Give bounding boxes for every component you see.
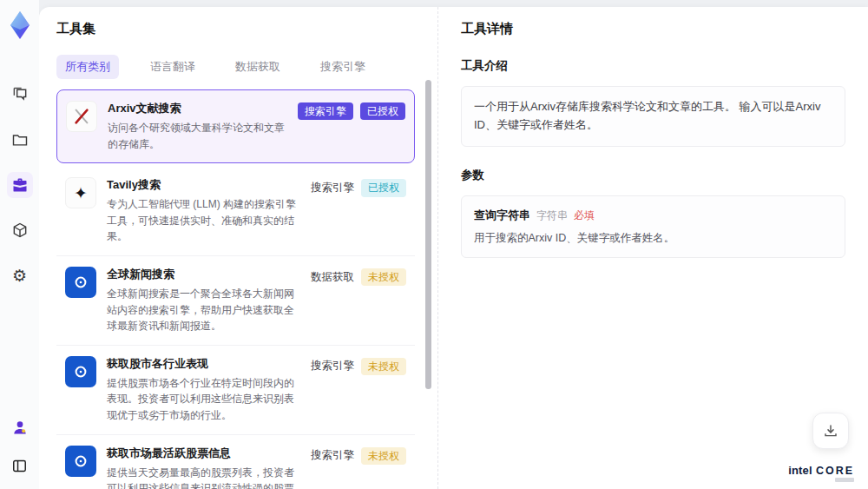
news-globe-icon xyxy=(65,267,96,298)
detail-title: 工具详情 xyxy=(461,21,845,37)
status-badge: 已授权 xyxy=(360,102,405,120)
tool-text: 全球新闻搜索 全球新闻搜索是一个聚合全球各大新闻网站内容的搜索引擎，帮助用户快速… xyxy=(107,267,300,334)
tool-card-sector-performance[interactable]: 获取股市各行业表现 提供股票市场各个行业在特定时间段内的表现。投资者可以利用这些… xyxy=(56,346,415,435)
category-label: 搜索引擎 xyxy=(311,181,354,195)
sidebar-item-files[interactable] xyxy=(7,127,33,153)
download-icon xyxy=(823,423,838,439)
tool-text: 获取股市各行业表现 提供股票市场各个行业在特定时间段内的表现。投资者可以利用这些… xyxy=(107,356,300,424)
stock-sector-icon xyxy=(65,356,96,387)
main-content: 工具集 所有类别 语言翻译 数据获取 搜索引擎 Arxiv文献搜索 访问各个研究… xyxy=(39,7,868,489)
rail-bottom xyxy=(7,414,33,479)
tool-meta: 搜索引擎 已授权 xyxy=(298,102,405,120)
toolbox-icon xyxy=(11,176,29,194)
tab-language-translation[interactable]: 语言翻译 xyxy=(141,55,204,79)
category-label: 搜索引擎 xyxy=(311,359,354,373)
user-account-button[interactable] xyxy=(7,414,33,440)
tool-title: Arxiv文献搜索 xyxy=(108,101,287,116)
sidebar-item-tools[interactable] xyxy=(7,172,33,198)
category-tabs: 所有类别 语言翻译 数据获取 搜索引擎 xyxy=(56,55,415,79)
category-badge: 搜索引擎 xyxy=(298,102,353,120)
tool-desc: 提供股票市场各个行业在特定时间段内的表现。投资者可以利用这些信息来识别表现优于或… xyxy=(107,375,300,424)
tool-meta: 数据获取 未授权 xyxy=(311,268,406,286)
chat-icon xyxy=(11,86,29,103)
intro-heading: 工具介绍 xyxy=(461,58,845,74)
tool-meta: 搜索引擎 未授权 xyxy=(311,358,406,375)
app-logo-icon[interactable] xyxy=(7,10,33,40)
sidebar-item-settings[interactable]: ⚙ xyxy=(7,262,33,288)
intel-brand-text: intel xyxy=(788,464,812,477)
params-heading: 参数 xyxy=(461,168,845,183)
collapse-sidebar-button[interactable] xyxy=(7,453,33,479)
tool-card-arxiv[interactable]: Arxiv文献搜索 访问各个研究领域大量科学论文和文章的存储库。 搜索引擎 已授… xyxy=(56,89,415,163)
intro-box: 一个用于从Arxiv存储库搜索科学论文和文章的工具。 输入可以是Arxiv ID… xyxy=(461,86,845,147)
folder-icon xyxy=(11,131,29,149)
gear-icon: ⚙ xyxy=(12,268,27,284)
tab-all-categories[interactable]: 所有类别 xyxy=(56,55,119,79)
page-title: 工具集 xyxy=(56,21,415,37)
intel-core-logo: intel CORE xyxy=(788,464,854,482)
rail-nav: ⚙ xyxy=(7,82,33,288)
status-badge: 未授权 xyxy=(361,447,406,465)
tool-text: Arxiv文献搜索 访问各个研究领域大量科学论文和文章的存储库。 xyxy=(108,101,287,152)
tool-card-global-news[interactable]: 全球新闻搜索 全球新闻搜索是一个聚合全球各大新闻网站内容的搜索引擎，帮助用户快速… xyxy=(56,256,415,346)
tool-list: Arxiv文献搜索 访问各个研究领域大量科学论文和文章的存储库。 搜索引擎 已授… xyxy=(56,89,415,489)
tool-desc: 访问各个研究领域大量科学论文和文章的存储库。 xyxy=(108,120,287,152)
arxiv-icon xyxy=(66,101,97,132)
tool-title: 获取市场最活跃股票信息 xyxy=(107,446,300,461)
param-name: 查询字符串 xyxy=(474,208,530,223)
active-stock-icon xyxy=(65,446,96,477)
tool-desc: 全球新闻搜索是一个聚合全球各大新闻网站内容的搜索引擎，帮助用户快速获取全球最新资… xyxy=(107,286,300,334)
tool-title: Tavily搜索 xyxy=(107,177,300,193)
category-label: 数据获取 xyxy=(311,270,354,285)
tool-card-tavily[interactable]: ✦ Tavily搜索 专为人工智能代理 (LLM) 构建的搜索引擎工具，可快速提… xyxy=(56,167,415,256)
param-desc: 用于搜索的Arxiv ID、关键字或作者姓名。 xyxy=(474,231,832,246)
core-brand-text: CORE xyxy=(816,465,854,477)
tool-card-active-stocks[interactable]: 获取市场最活跃股票信息 提供当天交易量最高的股票列表，投资者可以利用这些信息来识… xyxy=(56,435,415,489)
tab-data-fetch[interactable]: 数据获取 xyxy=(227,55,289,79)
tool-detail-panel: 工具详情 工具介绍 一个用于从Arxiv存储库搜索科学论文和文章的工具。 输入可… xyxy=(438,7,868,489)
tool-meta: 搜索引擎 未授权 xyxy=(311,447,406,465)
intel-sub-mark xyxy=(835,478,854,482)
param-head: 查询字符串 字符串 必填 xyxy=(474,208,832,223)
tool-text: 获取市场最活跃股票信息 提供当天交易量最高的股票列表，投资者可以利用这些信息来识… xyxy=(107,446,300,489)
param-type: 字符串 xyxy=(536,208,568,223)
tavily-star-icon: ✦ xyxy=(65,177,96,208)
tool-meta: 搜索引擎 已授权 xyxy=(311,179,406,196)
download-button[interactable] xyxy=(812,413,849,449)
sidebar-item-chat[interactable] xyxy=(7,82,33,108)
tool-text: Tavily搜索 专为人工智能代理 (LLM) 构建的搜索引擎工具，可快速提供实… xyxy=(107,177,300,245)
user-avatar-icon xyxy=(11,419,29,436)
tool-desc: 专为人工智能代理 (LLM) 构建的搜索引擎工具，可快速提供实时、准确和真实的结… xyxy=(107,196,300,245)
tab-search-engine[interactable]: 搜索引擎 xyxy=(312,55,374,79)
tool-title: 全球新闻搜索 xyxy=(107,267,300,282)
param-required-flag: 必填 xyxy=(574,208,595,223)
cube-icon xyxy=(11,221,29,239)
status-badge: 未授权 xyxy=(361,268,406,286)
four-point-star-icon: ✦ xyxy=(74,185,88,202)
tools-list-panel: 工具集 所有类别 语言翻译 数据获取 搜索引擎 Arxiv文献搜索 访问各个研究… xyxy=(39,7,438,489)
param-box: 查询字符串 字符串 必填 用于搜索的Arxiv ID、关键字或作者姓名。 xyxy=(461,195,845,258)
status-badge: 已授权 xyxy=(361,179,406,196)
tool-title: 获取股市各行业表现 xyxy=(107,356,300,372)
panel-toggle-icon xyxy=(11,458,28,474)
sidebar-item-models[interactable] xyxy=(7,217,33,243)
left-rail: ⚙ xyxy=(0,0,39,489)
list-scrollbar[interactable] xyxy=(425,80,431,389)
status-badge: 未授权 xyxy=(361,358,406,375)
tool-desc: 提供当天交易量最高的股票列表，投资者可以利用这些信息来识别流动性强的股票和潜在的… xyxy=(107,465,300,489)
category-label: 搜索引擎 xyxy=(311,448,354,463)
